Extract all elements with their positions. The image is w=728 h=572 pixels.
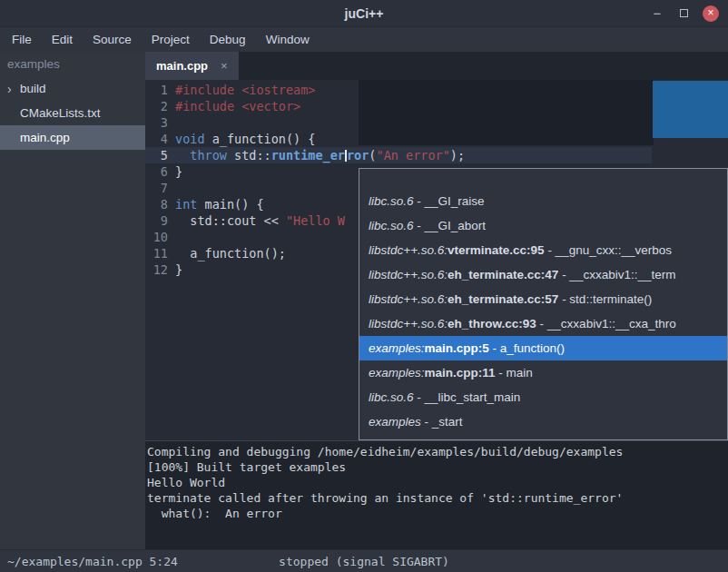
- sidebar-item-main-cpp[interactable]: main.cpp: [0, 125, 145, 150]
- frame-library: libstdc++.so.6:: [369, 268, 448, 281]
- file-sidebar: examples ›buildCMakeLists.txtmain.cpp: [0, 52, 145, 549]
- code-segment: "Hello W: [286, 213, 345, 228]
- code-segment: "An error": [377, 148, 450, 163]
- frame-library: libstdc++.so.6:: [369, 317, 448, 330]
- line-number: 12: [145, 261, 175, 278]
- debug-tooltip-panel: [359, 80, 654, 145]
- frame-location: eh_terminate.cc:57: [448, 292, 558, 306]
- backtrace-row-main[interactable]: examples:main.cpp:11 - main: [359, 360, 727, 385]
- tab-bar: main.cpp ×: [145, 52, 728, 80]
- code-segment: ror: [347, 148, 369, 163]
- project-name: examples: [0, 52, 145, 76]
- terminal-line: terminate called after throwing an insta…: [147, 490, 728, 506]
- frame-location: eh_terminate.cc:47: [448, 268, 558, 281]
- tab-label: main.cpp: [156, 59, 208, 73]
- line-number: 9: [145, 212, 175, 229]
- line-number: 5: [145, 147, 175, 163]
- code-segment: runtime_er: [271, 148, 345, 163]
- close-button[interactable]: ×: [703, 5, 719, 22]
- frame-function: - a_function(): [489, 341, 565, 355]
- code-segment: void: [175, 132, 205, 146]
- file-tree: ›buildCMakeLists.txtmain.cpp: [0, 76, 145, 150]
- code-text: void a_function() {: [175, 131, 315, 147]
- menu-edit[interactable]: Edit: [42, 27, 83, 52]
- backtrace-popup: libc.so.6 - __GI_raiselibc.so.6 - __GI_a…: [359, 168, 728, 440]
- code-text: throw std::runtime_error("An error");: [175, 147, 465, 163]
- frame-library: libc.so.6: [369, 194, 414, 208]
- frame-location: main.cpp:5: [425, 341, 489, 355]
- backtrace-row-gi-abort[interactable]: libc.so.6 - __GI_abort: [359, 213, 727, 238]
- code-segment: #include <vector>: [175, 99, 300, 113]
- line-number: 10: [145, 229, 175, 245]
- frame-library: libc.so.6: [369, 390, 414, 404]
- app-window: juCi++ − × FileEditSourceProjectDebugWin…: [0, 0, 728, 572]
- code-segment: }: [175, 164, 182, 179]
- code-segment: (: [369, 148, 376, 163]
- sidebar-item-build[interactable]: ›build: [0, 76, 145, 101]
- minimize-icon: −: [654, 5, 662, 21]
- code-text: }: [175, 163, 182, 180]
- tab-main-cpp[interactable]: main.cpp ×: [145, 52, 239, 80]
- frame-library: libstdc++.so.6:: [369, 243, 448, 257]
- backtrace-row-cxxabiv1-cxa-thro[interactable]: libstdc++.so.6:eh_throw.cc:93 - __cxxabi…: [359, 311, 727, 336]
- frame-library: examples: [369, 415, 421, 429]
- menu-source[interactable]: Source: [83, 27, 142, 52]
- frame-location: main.cpp:11: [425, 366, 496, 380]
- menu-window[interactable]: Window: [256, 27, 320, 52]
- backtrace-row-gnu-cxx-verbos[interactable]: libstdc++.so.6:vterminate.cc:95 - __gnu_…: [359, 238, 727, 262]
- code-text: int main() {: [175, 196, 264, 212]
- code-segment: [175, 148, 190, 163]
- window-controls: − ×: [650, 5, 728, 22]
- file-label: build: [20, 82, 46, 95]
- frame-function: - std::terminate(): [558, 292, 652, 306]
- cursor-location: ~/examples/main.cpp 5:24: [0, 555, 178, 568]
- code-text: std::cout << "Hello W: [175, 212, 345, 229]
- frame-function: - __GI_abort: [414, 219, 487, 232]
- terminal-line: what(): An error: [147, 506, 728, 521]
- title-bar[interactable]: juCi++ − ×: [0, 0, 728, 27]
- frame-function: - _start: [421, 415, 463, 429]
- frame-library: libstdc++.so.6:: [369, 292, 448, 306]
- frame-location: eh_throw.cc:93: [448, 317, 536, 330]
- line-number: 7: [145, 180, 175, 196]
- line-number: 3: [145, 114, 175, 131]
- sidebar-item-cmakelists-txt[interactable]: CMakeLists.txt: [0, 101, 145, 125]
- terminal-line: Hello World: [147, 475, 728, 490]
- tooltip-highlight-box: [653, 81, 728, 138]
- backtrace-row-a-function[interactable]: examples:main.cpp:5 - a_function(): [359, 336, 727, 360]
- maximize-button[interactable]: [676, 6, 691, 21]
- file-label: main.cpp: [20, 131, 70, 144]
- terminal-line: [100%] Built target examples: [147, 459, 728, 475]
- frame-function: - __cxxabiv1::__cxa_thro: [536, 317, 676, 330]
- code-segment: std::cout <<: [175, 213, 286, 228]
- code-line-5[interactable]: 5 throw std::runtime_error("An error");: [145, 147, 728, 163]
- backtrace-row-std-terminate[interactable]: libstdc++.so.6:eh_terminate.cc:57 - std:…: [359, 287, 727, 311]
- menu-project[interactable]: Project: [142, 27, 200, 52]
- frame-location: vterminate.cc:95: [448, 243, 545, 257]
- backtrace-row-cxxabiv1-term[interactable]: libstdc++.so.6:eh_terminate.cc:47 - __cx…: [359, 262, 727, 287]
- code-segment: );: [450, 148, 465, 163]
- line-number: 8: [145, 196, 175, 212]
- code-text: #include <iostream>: [175, 82, 315, 98]
- frame-library: examples:: [369, 341, 425, 355]
- menu-debug[interactable]: Debug: [200, 27, 256, 52]
- terminal-line: Compiling and debugging /home/eidheim/ex…: [147, 444, 728, 459]
- backtrace-row-gi-raise[interactable]: libc.so.6 - __GI_raise: [359, 189, 727, 213]
- frame-function: - main: [496, 366, 533, 380]
- code-segment: std::: [227, 148, 271, 163]
- code-segment: }: [175, 262, 182, 277]
- menu-file[interactable]: File: [2, 27, 42, 52]
- minimize-button[interactable]: −: [650, 6, 664, 21]
- tab-close-icon[interactable]: ×: [221, 60, 228, 72]
- terminal-output[interactable]: Compiling and debugging /home/eidheim/ex…: [145, 440, 728, 549]
- code-text: a_function();: [175, 245, 286, 261]
- frame-library: libc.so.6: [369, 219, 414, 232]
- backtrace-row-start[interactable]: examples - _start: [359, 409, 727, 434]
- window-title: juCi++: [0, 6, 728, 21]
- code-segment: main() {: [197, 197, 263, 212]
- menu-bar: FileEditSourceProjectDebugWindow: [0, 27, 728, 52]
- code-text: #include <vector>: [175, 98, 300, 114]
- line-number: 2: [145, 98, 175, 114]
- file-label: CMakeLists.txt: [20, 106, 101, 120]
- backtrace-row-libc-start-main[interactable]: libc.so.6 - __libc_start_main: [359, 385, 727, 409]
